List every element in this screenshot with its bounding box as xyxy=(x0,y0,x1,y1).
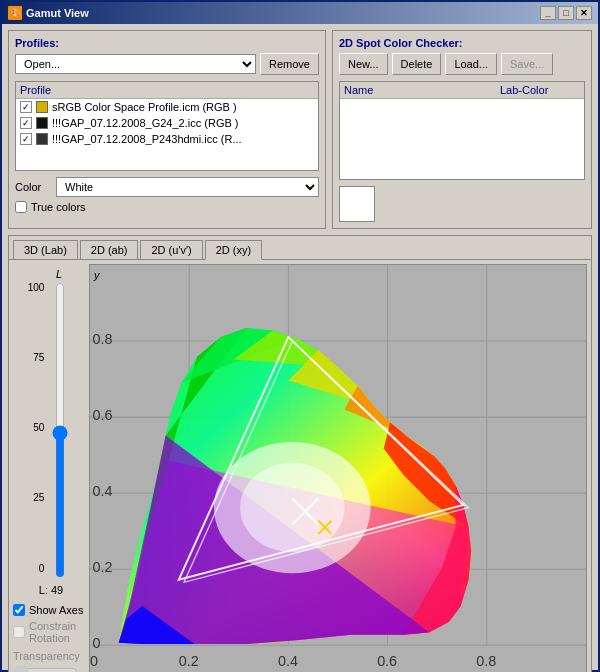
main-window: 🎨 Gamut View _ □ ✕ Profiles: Open... xyxy=(0,0,600,672)
profile-checkbox-1[interactable] xyxy=(20,101,32,113)
spot-buttons-row: New... Delete Load... Save... xyxy=(339,53,585,75)
svg-text:0.4: 0.4 xyxy=(278,653,298,669)
slider-section: L 100 75 50 25 0 xyxy=(13,268,85,596)
profiles-dropdown-row: Open... Remove xyxy=(15,53,319,75)
true-colors-checkbox[interactable] xyxy=(15,201,27,213)
show-axes-label: Show Axes xyxy=(29,604,83,616)
spot-list-header: Name Lab-Color xyxy=(340,82,584,99)
svg-text:0.8: 0.8 xyxy=(476,653,496,669)
transparency-label: Transparency xyxy=(13,650,85,662)
chromaticity-diagram: 0 0.2 0.4 0.6 0.8 0 0.2 0.4 0.6 0.8 xyxy=(90,265,586,672)
l-axis-label: L xyxy=(56,268,62,280)
svg-text:0.6: 0.6 xyxy=(377,653,397,669)
profiles-dropdown[interactable]: Open... xyxy=(15,54,256,74)
svg-text:0.2: 0.2 xyxy=(179,653,199,669)
slider-container: 100 75 50 25 0 xyxy=(28,282,71,578)
profile-item[interactable]: !!!GAP_07.12.2008_G24_2.icc (RGB ) xyxy=(16,115,318,131)
window-content: Profiles: Open... Remove Profile xyxy=(2,24,598,672)
constrain-rotation-label: Constrain Rotation xyxy=(29,620,85,644)
svg-text:0: 0 xyxy=(93,635,101,651)
color-preview-box xyxy=(339,186,375,222)
remove-button[interactable]: Remove xyxy=(260,53,319,75)
maximize-button[interactable]: □ xyxy=(558,6,574,20)
title-bar: 🎨 Gamut View _ □ ✕ xyxy=(2,2,598,24)
tick-100: 100 xyxy=(28,282,45,293)
profile-list-header: Profile xyxy=(16,82,318,99)
l-slider[interactable] xyxy=(50,282,70,578)
color-dropdown[interactable]: White xyxy=(56,177,319,197)
spot-color-panel: 2D Spot Color Checker: New... Delete Loa… xyxy=(332,30,592,229)
profiles-dropdown-wrapper: Open... xyxy=(15,54,256,74)
profiles-panel: Profiles: Open... Remove Profile xyxy=(8,30,326,229)
tabs-row: 3D (Lab) 2D (ab) 2D (u'v') 2D (xy) xyxy=(9,236,591,260)
top-section: Profiles: Open... Remove Profile xyxy=(8,30,592,229)
svg-text:0.8: 0.8 xyxy=(93,331,113,347)
color-dropdown-wrapper: White xyxy=(56,177,319,197)
profile-item[interactable]: sRGB Color Space Profile.icm (RGB ) xyxy=(16,99,318,115)
spot-color-panel-title: 2D Spot Color Checker: xyxy=(339,37,585,49)
svg-text:0.4: 0.4 xyxy=(93,483,113,499)
profile-name-1: sRGB Color Space Profile.icm (RGB ) xyxy=(52,101,237,113)
svg-text:0: 0 xyxy=(90,653,98,669)
profile-name-3: !!!GAP_07.12.2008_P243hdmi.icc (R... xyxy=(52,133,242,145)
profile-swatch-3 xyxy=(36,133,48,145)
profile-checkbox-3[interactable] xyxy=(20,133,32,145)
title-bar-left: 🎨 Gamut View xyxy=(8,6,89,20)
spot-col-lab: Lab-Color xyxy=(500,84,580,96)
tick-25: 25 xyxy=(28,492,45,503)
save-button[interactable]: Save... xyxy=(501,53,553,75)
transparency-section: Transparency xyxy=(13,650,85,672)
svg-text:0.6: 0.6 xyxy=(93,407,113,423)
profiles-panel-title: Profiles: xyxy=(15,37,319,49)
app-icon: 🎨 xyxy=(8,6,22,20)
l-value: L: 49 xyxy=(35,584,63,596)
profile-swatch-2 xyxy=(36,117,48,129)
tick-0: 0 xyxy=(28,563,45,574)
constrain-rotation-checkbox[interactable] xyxy=(13,626,25,638)
chart-area: L 100 75 50 25 0 xyxy=(9,260,591,672)
tab-2d-uv[interactable]: 2D (u'v') xyxy=(140,240,202,259)
bottom-section: 3D (Lab) 2D (ab) 2D (u'v') 2D (xy) L xyxy=(8,235,592,672)
color-label: Color xyxy=(15,181,50,193)
svg-text:0.2: 0.2 xyxy=(93,559,113,575)
spot-list-body xyxy=(340,99,584,179)
y-axis-label: y xyxy=(94,269,100,281)
color-row: Color White xyxy=(15,177,319,197)
close-button[interactable]: ✕ xyxy=(576,6,592,20)
true-colors-row: True colors xyxy=(15,201,319,213)
show-axes-row: Show Axes xyxy=(13,604,85,616)
profile-list-container: Profile sRGB Color Space Profile.icm (RG… xyxy=(15,81,319,171)
spot-col-name: Name xyxy=(344,84,500,96)
tab-2d-xy[interactable]: 2D (xy) xyxy=(205,240,262,260)
left-controls: L 100 75 50 25 0 xyxy=(9,260,89,672)
spot-list-container: Name Lab-Color xyxy=(339,81,585,180)
profile-swatch-1 xyxy=(36,101,48,113)
checkboxes-section: Show Axes Constrain Rotation Transparenc… xyxy=(13,604,85,672)
profile-item[interactable]: !!!GAP_07.12.2008_P243hdmi.icc (R... xyxy=(16,131,318,147)
constrain-rotation-row: Constrain Rotation xyxy=(13,620,85,644)
delete-button[interactable]: Delete xyxy=(392,53,442,75)
profile-name-2: !!!GAP_07.12.2008_G24_2.icc (RGB ) xyxy=(52,117,239,129)
window-title: Gamut View xyxy=(26,7,89,19)
load-button[interactable]: Load... xyxy=(445,53,497,75)
show-axes-checkbox[interactable] xyxy=(13,604,25,616)
new-button[interactable]: New... xyxy=(339,53,388,75)
tab-3d-lab[interactable]: 3D (Lab) xyxy=(13,240,78,259)
true-colors-label: True colors xyxy=(31,201,86,213)
tick-50: 50 xyxy=(28,422,45,433)
profile-checkbox-2[interactable] xyxy=(20,117,32,129)
tab-2d-ab[interactable]: 2D (ab) xyxy=(80,240,139,259)
vertical-slider-wrapper xyxy=(50,282,70,578)
svg-point-32 xyxy=(240,463,344,552)
chart-container: y x xyxy=(89,264,587,672)
transparency-slider[interactable] xyxy=(13,664,78,672)
title-buttons: _ □ ✕ xyxy=(540,6,592,20)
tick-labels: 100 75 50 25 0 xyxy=(28,282,45,578)
minimize-button[interactable]: _ xyxy=(540,6,556,20)
tick-75: 75 xyxy=(28,352,45,363)
